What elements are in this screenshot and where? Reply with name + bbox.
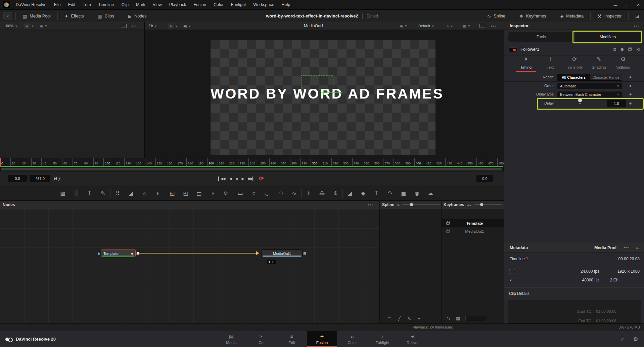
keyframes-node-row[interactable]: MediaOut1 (442, 227, 504, 235)
keyframes-table-button[interactable]: ▦ (456, 316, 460, 321)
spline-panel-button[interactable]: ∿ Spline (484, 10, 509, 22)
fusion-tool-icon[interactable]: ⁂ (318, 190, 326, 196)
speaker-icon[interactable] (54, 176, 60, 181)
lut-select[interactable]: Default ∨ (418, 22, 434, 30)
go-to-end-button[interactable]: ▶▶▎ (248, 174, 255, 183)
fusion-tool-icon[interactable]: ⟳ (222, 190, 230, 196)
close-button[interactable]: ✕ (633, 0, 644, 10)
fusion-tool-icon[interactable]: ○ (250, 190, 258, 196)
fusion-tool-icon[interactable]: ◪ (346, 190, 354, 196)
page-tab[interactable]: ✂ Cut (246, 331, 277, 347)
current-frame-field[interactable]: 0.0 (476, 175, 493, 182)
menu-item[interactable]: Color (210, 0, 227, 10)
go-to-start-button[interactable]: ▎◀◀ (218, 174, 225, 183)
fusion-tool-icon[interactable]: ☁ (427, 190, 434, 196)
fusion-tool-icon[interactable]: ▤ (195, 190, 203, 196)
left-viewer-options-button[interactable]: ••• (132, 22, 137, 30)
metadata-options-button[interactable]: ••• (624, 246, 629, 249)
keyframe-diamond-icon[interactable]: ◆ (629, 75, 632, 79)
fusion-tool-icon[interactable]: ▭ (237, 190, 244, 196)
effects-button[interactable]: ✦ Effects (61, 10, 87, 22)
fusion-tool-icon[interactable]: ◉ (413, 190, 421, 196)
menu-item[interactable]: Workspace (249, 0, 278, 10)
fusion-tool-icon[interactable]: ✎ (99, 190, 107, 196)
metadata-panel-button[interactable]: ◈ Metadata (556, 10, 587, 22)
left-viewer-display-select[interactable]: ▣ ∨ (40, 22, 47, 30)
lock-icon[interactable] (446, 230, 450, 233)
range-end-field[interactable]: 487.0 (30, 175, 50, 182)
spline-linear-button[interactable]: ╱ (398, 316, 401, 321)
main-viewer-expand-button[interactable] (479, 22, 485, 30)
minimize-button[interactable]: — (610, 0, 621, 10)
tab-modifiers[interactable]: Modifiers (575, 32, 641, 42)
delay-value-field[interactable]: 1.0 (607, 100, 626, 107)
fusion-tool-icon[interactable]: ◪ (127, 190, 135, 196)
grid-overlay-select[interactable]: ▦ ∨ (463, 22, 470, 30)
horizontal-zoom-icon[interactable]: ◂·▸ (467, 203, 471, 207)
fusion-tool-icon[interactable]: ◑ (209, 190, 216, 196)
modifier-subtab[interactable]: ⟳ Transform (562, 56, 587, 69)
page-tab[interactable]: ≡ Edit (277, 331, 307, 347)
page-tab[interactable]: ♪ Fairlight (367, 331, 398, 347)
keyframes-spread-button[interactable]: ⇆ (447, 316, 451, 321)
menu-item[interactable]: DaVinci Resolve (12, 0, 50, 10)
page-tab[interactable]: ✦ Fusion (307, 331, 337, 347)
scrollbar-thumb[interactable] (1, 168, 502, 170)
keyframe-diamond-icon[interactable]: ◆ (629, 92, 632, 96)
fusion-tool-icon[interactable]: ⠿ (114, 190, 121, 196)
main-viewer-options-button[interactable]: ••• (491, 22, 497, 30)
template-node[interactable]: Template ◆ (101, 249, 136, 257)
viewer-mode-select[interactable]: ▣ ∨ (400, 22, 407, 30)
node-connection-wire[interactable] (139, 253, 257, 254)
mediaout-node[interactable]: MediaOut1 (262, 249, 303, 257)
modifier-enable-toggle[interactable] (508, 47, 517, 52)
fusion-tool-icon[interactable]: ◡ (264, 190, 271, 196)
main-viewer-channel-select[interactable]: A ∨ (168, 22, 178, 30)
slider-handle[interactable] (578, 99, 582, 102)
stop-button[interactable]: ■ (236, 174, 237, 183)
fusion-tool-icon[interactable]: ∿ (290, 190, 298, 196)
keyframe-diamond-icon[interactable]: ◆ (629, 84, 632, 87)
menu-item[interactable]: Fairlight (227, 0, 249, 10)
left-viewer-expand-button[interactable] (121, 22, 127, 30)
vertical-zoom-icon[interactable]: ⇅ (397, 203, 400, 207)
menu-item[interactable]: Trim (79, 0, 95, 10)
fusion-tool-icon[interactable]: ◱ (169, 190, 176, 196)
fusion-tool-icon[interactable]: T (373, 190, 380, 196)
page-tab[interactable]: ⠶ Color (337, 331, 367, 347)
order-dropdown[interactable]: Automatic ∨ (557, 83, 622, 89)
keyframe-diamond-icon[interactable]: ◆ (629, 102, 632, 105)
keyframes-time-input[interactable] (465, 315, 486, 321)
app-logo-icon[interactable] (3, 1, 10, 8)
modifier-subtab[interactable]: ✧ Timing (514, 56, 538, 69)
node-output-icon[interactable] (303, 252, 306, 255)
lock-icon[interactable] (628, 48, 632, 51)
fusion-tool-icon[interactable]: ◠ (277, 190, 284, 196)
ui-layout-button[interactable]: ⊡ (632, 10, 643, 22)
spline-draw-button[interactable]: ✎ (407, 316, 411, 321)
gear-icon[interactable]: ⚙ (633, 336, 638, 342)
clips-button[interactable]: ▥ Clips (94, 10, 118, 22)
lock-icon[interactable] (446, 222, 450, 225)
loop-button[interactable]: ⟳ (259, 174, 264, 183)
left-viewer-zoom-select[interactable]: 100% ∨ (4, 22, 17, 30)
menu-item[interactable]: View (149, 0, 166, 10)
fusion-tool-icon[interactable]: ☼ (141, 190, 148, 196)
spline-step-button[interactable]: ⌐ (418, 316, 420, 321)
fusion-tool-icon[interactable]: ◰ (182, 190, 189, 196)
versions-icon[interactable]: ⧉ (613, 47, 616, 52)
play-button[interactable]: ▶ (242, 174, 244, 183)
menu-item[interactable]: Edit (64, 0, 79, 10)
menu-item[interactable]: Mark (132, 0, 149, 10)
fusion-tool-icon[interactable]: ▒ (73, 190, 80, 196)
sort-icon[interactable]: ≡↓ (636, 245, 640, 250)
spline-smooth-button[interactable]: ◠ (387, 316, 391, 321)
tab-tools[interactable]: Tools (508, 32, 574, 42)
delay-type-dropdown[interactable]: Between Each Character ∨ (557, 91, 622, 98)
fusion-tool-icon[interactable]: ※ (332, 190, 339, 196)
modifier-subtab[interactable]: ⚙ Settings (611, 56, 635, 69)
color-wheel-select[interactable]: ◑ ∨ (447, 22, 453, 30)
fusion-tool-icon[interactable]: ◆ (360, 190, 367, 196)
menu-item[interactable]: Help (278, 0, 294, 10)
left-viewer-channel-select[interactable]: A ∨ (24, 22, 34, 30)
